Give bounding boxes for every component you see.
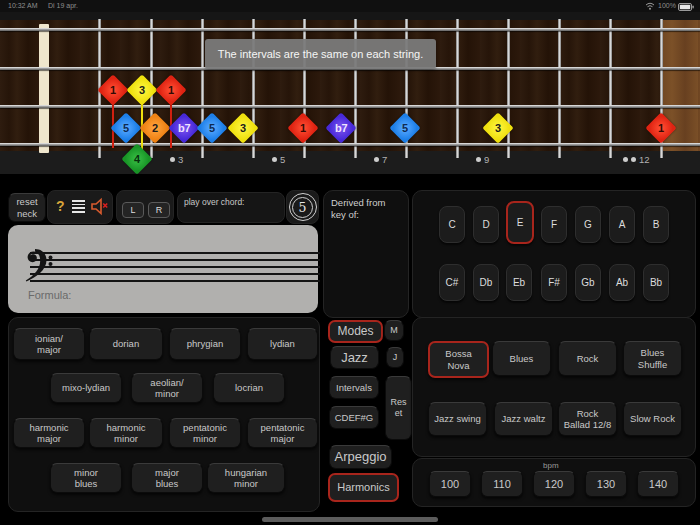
style-button-blues-shuffle[interactable]: BluesShuffle: [623, 341, 682, 376]
selector-reset-button[interactable]: Reset: [385, 376, 412, 440]
fret-wire: [558, 19, 561, 158]
tooltip: The intervals are the same on each strin…: [205, 39, 436, 69]
style-button-rock-ballad[interactable]: RockBallad 12/8: [558, 402, 617, 436]
style-button-slow-rock[interactable]: Slow Rock: [623, 402, 682, 436]
bpm-button-110[interactable]: 110: [481, 471, 523, 497]
string-1[interactable]: [0, 28, 700, 31]
key-button-f[interactable]: F: [541, 206, 567, 243]
left-hand-button[interactable]: L: [122, 202, 144, 218]
selector-arpeggio-button[interactable]: Arpeggio: [329, 445, 392, 469]
style-button-blues[interactable]: Blues: [492, 341, 551, 376]
staff-line: [30, 252, 320, 254]
formula-label: Formula:: [28, 289, 71, 301]
mode-button-ionian-major[interactable]: ionian/major: [13, 328, 85, 360]
status-date: Di 19 apr.: [48, 2, 78, 9]
staff-line: [30, 280, 320, 282]
mode-button-minor-blues[interactable]: minorblues: [50, 463, 122, 493]
fret-marker-dot: [476, 157, 481, 162]
bpm-panel: bpm 100 110 120 130 140: [412, 458, 696, 507]
styles-panel: BossaNova Blues Rock BluesShuffle Jazz s…: [412, 317, 696, 457]
style-button-jazz-swing[interactable]: Jazz swing: [428, 402, 487, 436]
fret-marker-dot: [623, 157, 628, 162]
derived-key-label: Derived from key of:: [331, 197, 385, 221]
key-button-g[interactable]: G: [575, 206, 601, 243]
reset-neck-button[interactable]: reset neck: [8, 193, 46, 222]
mode-button-harmonic-minor[interactable]: harmonicminor: [89, 418, 163, 448]
fret-marker-label: 5: [280, 154, 285, 165]
bpm-button-120[interactable]: 120: [533, 471, 575, 497]
selector-harmonics-button[interactable]: Harmonics: [328, 473, 399, 502]
style-button-bossa-nova[interactable]: BossaNova: [428, 341, 489, 378]
key-button-c[interactable]: C: [439, 206, 465, 243]
chord-number: 5: [292, 197, 313, 218]
mode-button-major-blues[interactable]: majorblues: [131, 463, 203, 493]
selector-modes-button[interactable]: Modes: [328, 320, 383, 343]
mode-button-harmonic-major[interactable]: harmonicmajor: [13, 418, 85, 448]
fret-marker-dot: [170, 157, 175, 162]
key-button-f-sharp[interactable]: F#: [541, 264, 567, 301]
fret-wire: [609, 19, 612, 158]
circle-of-fifths-button[interactable]: 5: [286, 190, 319, 224]
selector-j-button[interactable]: J: [386, 347, 404, 368]
bpm-button-140[interactable]: 140: [637, 471, 679, 497]
mode-button-lydian[interactable]: lydian: [247, 328, 318, 360]
status-time: 10:32 AM: [8, 2, 38, 9]
key-button-d[interactable]: D: [473, 206, 499, 243]
modes-panel: ionian/major dorian phrygian lydian mixo…: [8, 317, 320, 512]
key-button-d-flat[interactable]: Db: [473, 264, 499, 301]
string-4[interactable]: [0, 143, 700, 146]
key-button-e-flat[interactable]: Eb: [506, 264, 532, 301]
mode-button-dorian[interactable]: dorian: [89, 328, 163, 360]
key-button-e[interactable]: E: [506, 201, 534, 244]
key-button-g-flat[interactable]: Gb: [575, 264, 601, 301]
sound-menu-panel: ?: [47, 190, 113, 224]
selector-m-button[interactable]: M: [384, 320, 404, 341]
menu-icon[interactable]: [72, 200, 85, 213]
style-button-jazz-waltz[interactable]: Jazz waltz: [494, 402, 553, 436]
selector-cdefg-button[interactable]: CDEF#G: [329, 406, 379, 429]
help-icon[interactable]: ?: [56, 198, 65, 214]
fret-marker-dot: [272, 157, 277, 162]
selector-jazz-button[interactable]: Jazz: [330, 346, 379, 369]
bass-clef-icon: [24, 248, 54, 288]
battery-percent: 100%: [658, 2, 676, 9]
fret-wire: [201, 19, 204, 158]
mode-button-aeolian-minor[interactable]: aeolian/minor: [131, 373, 203, 403]
staff-line: [30, 266, 320, 268]
bpm-button-130[interactable]: 130: [585, 471, 627, 497]
derived-key-panel: Derived from key of:: [323, 190, 409, 318]
mode-button-hungarian-minor[interactable]: hungarianminor: [207, 463, 285, 493]
key-button-a[interactable]: A: [609, 206, 635, 243]
mode-button-phrygian[interactable]: phrygian: [169, 328, 241, 360]
circle-outer-ring: 5: [289, 193, 317, 221]
mode-button-pentatonic-major[interactable]: pentatonicmajor: [247, 418, 318, 448]
staff-line: [30, 273, 320, 275]
mode-button-pentatonic-minor[interactable]: pentatonicminor: [169, 418, 241, 448]
key-button-c-sharp[interactable]: C#: [439, 264, 465, 301]
home-indicator[interactable]: [262, 517, 438, 522]
mode-button-mixo-lydian[interactable]: mixo-lydian: [50, 373, 122, 403]
bpm-label: bpm: [543, 461, 559, 470]
speaker-muted-icon[interactable]: [90, 197, 109, 220]
battery-icon: [678, 3, 694, 12]
bpm-button-100[interactable]: 100: [429, 471, 471, 497]
fret-wire: [456, 19, 459, 158]
wifi-icon: [645, 2, 655, 11]
fret-marker-label: 12: [639, 154, 650, 165]
app-root: 10:32 AM Di 19 apr. 100% 3 5 7 9 12: [0, 0, 700, 525]
play-over-chord-label: play over chord:: [184, 197, 244, 207]
lr-panel: L R: [116, 190, 174, 224]
fretboard-nut: [39, 24, 49, 153]
mode-button-locrian[interactable]: locrian: [213, 373, 285, 403]
right-hand-button[interactable]: R: [148, 202, 170, 218]
play-over-chord-panel[interactable]: play over chord:: [177, 192, 285, 223]
selector-intervals-button[interactable]: Intervals: [329, 376, 379, 399]
status-bar: 10:32 AM Di 19 apr. 100%: [0, 0, 700, 12]
key-button-b-flat[interactable]: Bb: [643, 264, 669, 301]
key-button-a-flat[interactable]: Ab: [609, 264, 635, 301]
fret-wire: [507, 19, 510, 158]
style-button-rock[interactable]: Rock: [558, 341, 617, 376]
fret-marker-dot: [631, 157, 636, 162]
string-3[interactable]: [0, 105, 700, 108]
key-button-b[interactable]: B: [643, 206, 669, 243]
